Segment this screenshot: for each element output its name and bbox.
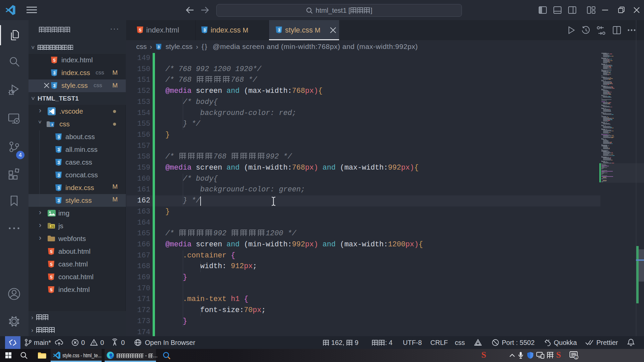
- svg-text:5: 5: [139, 27, 141, 33]
- svg-text:3: 3: [278, 27, 280, 33]
- svg-text:1: 1: [575, 356, 577, 359]
- svg-text:3: 3: [157, 45, 159, 49]
- svg-text:3: 3: [203, 27, 206, 33]
